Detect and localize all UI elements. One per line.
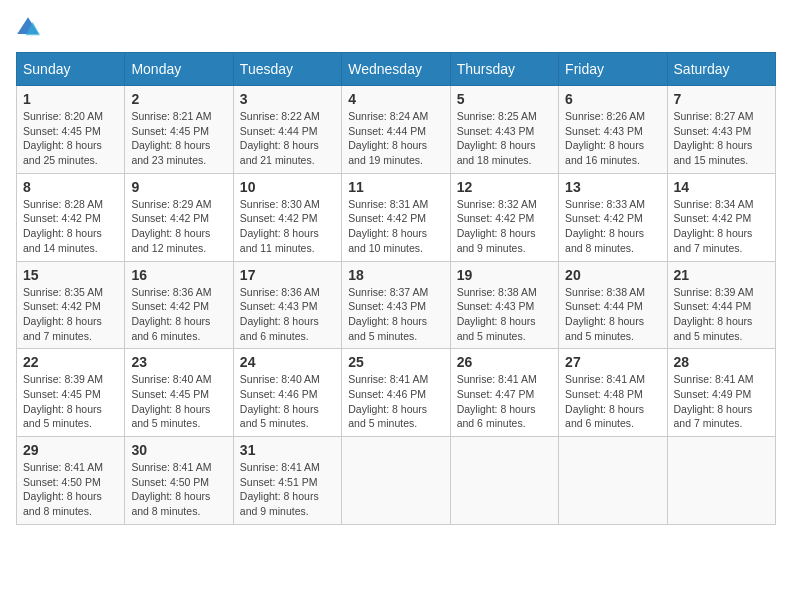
logo [16,16,44,40]
day-info: Sunrise: 8:26 AM Sunset: 4:43 PM Dayligh… [565,109,660,168]
calendar-cell: 14 Sunrise: 8:34 AM Sunset: 4:42 PM Dayl… [667,173,775,261]
day-info: Sunrise: 8:29 AM Sunset: 4:42 PM Dayligh… [131,197,226,256]
calendar-cell: 3 Sunrise: 8:22 AM Sunset: 4:44 PM Dayli… [233,86,341,174]
calendar-cell: 10 Sunrise: 8:30 AM Sunset: 4:42 PM Dayl… [233,173,341,261]
calendar-cell: 4 Sunrise: 8:24 AM Sunset: 4:44 PM Dayli… [342,86,450,174]
day-number: 31 [240,442,335,458]
calendar-cell: 22 Sunrise: 8:39 AM Sunset: 4:45 PM Dayl… [17,349,125,437]
weekday-header-wednesday: Wednesday [342,53,450,86]
calendar-cell: 20 Sunrise: 8:38 AM Sunset: 4:44 PM Dayl… [559,261,667,349]
calendar-cell: 21 Sunrise: 8:39 AM Sunset: 4:44 PM Dayl… [667,261,775,349]
day-number: 20 [565,267,660,283]
day-info: Sunrise: 8:41 AM Sunset: 4:48 PM Dayligh… [565,372,660,431]
calendar-cell: 7 Sunrise: 8:27 AM Sunset: 4:43 PM Dayli… [667,86,775,174]
day-number: 3 [240,91,335,107]
calendar-cell: 28 Sunrise: 8:41 AM Sunset: 4:49 PM Dayl… [667,349,775,437]
day-number: 24 [240,354,335,370]
day-info: Sunrise: 8:39 AM Sunset: 4:45 PM Dayligh… [23,372,118,431]
calendar-cell: 8 Sunrise: 8:28 AM Sunset: 4:42 PM Dayli… [17,173,125,261]
day-info: Sunrise: 8:41 AM Sunset: 4:46 PM Dayligh… [348,372,443,431]
day-number: 21 [674,267,769,283]
day-number: 17 [240,267,335,283]
calendar-cell: 9 Sunrise: 8:29 AM Sunset: 4:42 PM Dayli… [125,173,233,261]
day-number: 29 [23,442,118,458]
day-number: 18 [348,267,443,283]
weekday-header-thursday: Thursday [450,53,558,86]
day-number: 28 [674,354,769,370]
day-info: Sunrise: 8:41 AM Sunset: 4:47 PM Dayligh… [457,372,552,431]
day-info: Sunrise: 8:27 AM Sunset: 4:43 PM Dayligh… [674,109,769,168]
calendar-cell: 12 Sunrise: 8:32 AM Sunset: 4:42 PM Dayl… [450,173,558,261]
calendar-cell: 15 Sunrise: 8:35 AM Sunset: 4:42 PM Dayl… [17,261,125,349]
day-info: Sunrise: 8:41 AM Sunset: 4:50 PM Dayligh… [23,460,118,519]
day-info: Sunrise: 8:37 AM Sunset: 4:43 PM Dayligh… [348,285,443,344]
day-info: Sunrise: 8:39 AM Sunset: 4:44 PM Dayligh… [674,285,769,344]
weekday-header-tuesday: Tuesday [233,53,341,86]
day-info: Sunrise: 8:31 AM Sunset: 4:42 PM Dayligh… [348,197,443,256]
logo-icon [16,16,40,40]
day-info: Sunrise: 8:30 AM Sunset: 4:42 PM Dayligh… [240,197,335,256]
calendar-cell: 1 Sunrise: 8:20 AM Sunset: 4:45 PM Dayli… [17,86,125,174]
day-info: Sunrise: 8:36 AM Sunset: 4:42 PM Dayligh… [131,285,226,344]
day-info: Sunrise: 8:36 AM Sunset: 4:43 PM Dayligh… [240,285,335,344]
header [16,16,776,40]
calendar: SundayMondayTuesdayWednesdayThursdayFrid… [16,52,776,525]
calendar-cell [667,437,775,525]
day-number: 19 [457,267,552,283]
calendar-cell: 25 Sunrise: 8:41 AM Sunset: 4:46 PM Dayl… [342,349,450,437]
weekday-header-saturday: Saturday [667,53,775,86]
day-number: 30 [131,442,226,458]
day-number: 8 [23,179,118,195]
day-info: Sunrise: 8:40 AM Sunset: 4:46 PM Dayligh… [240,372,335,431]
day-number: 26 [457,354,552,370]
calendar-cell [450,437,558,525]
calendar-cell: 5 Sunrise: 8:25 AM Sunset: 4:43 PM Dayli… [450,86,558,174]
weekday-header-sunday: Sunday [17,53,125,86]
calendar-cell: 17 Sunrise: 8:36 AM Sunset: 4:43 PM Dayl… [233,261,341,349]
calendar-cell: 13 Sunrise: 8:33 AM Sunset: 4:42 PM Dayl… [559,173,667,261]
day-info: Sunrise: 8:40 AM Sunset: 4:45 PM Dayligh… [131,372,226,431]
day-info: Sunrise: 8:38 AM Sunset: 4:44 PM Dayligh… [565,285,660,344]
day-number: 16 [131,267,226,283]
calendar-cell [559,437,667,525]
day-number: 15 [23,267,118,283]
day-info: Sunrise: 8:33 AM Sunset: 4:42 PM Dayligh… [565,197,660,256]
calendar-cell: 27 Sunrise: 8:41 AM Sunset: 4:48 PM Dayl… [559,349,667,437]
day-info: Sunrise: 8:25 AM Sunset: 4:43 PM Dayligh… [457,109,552,168]
day-number: 9 [131,179,226,195]
calendar-cell: 19 Sunrise: 8:38 AM Sunset: 4:43 PM Dayl… [450,261,558,349]
day-number: 23 [131,354,226,370]
day-info: Sunrise: 8:38 AM Sunset: 4:43 PM Dayligh… [457,285,552,344]
day-number: 10 [240,179,335,195]
day-info: Sunrise: 8:34 AM Sunset: 4:42 PM Dayligh… [674,197,769,256]
day-number: 14 [674,179,769,195]
day-info: Sunrise: 8:41 AM Sunset: 4:49 PM Dayligh… [674,372,769,431]
day-info: Sunrise: 8:35 AM Sunset: 4:42 PM Dayligh… [23,285,118,344]
day-number: 5 [457,91,552,107]
calendar-cell: 18 Sunrise: 8:37 AM Sunset: 4:43 PM Dayl… [342,261,450,349]
day-info: Sunrise: 8:20 AM Sunset: 4:45 PM Dayligh… [23,109,118,168]
day-number: 25 [348,354,443,370]
calendar-cell: 16 Sunrise: 8:36 AM Sunset: 4:42 PM Dayl… [125,261,233,349]
day-number: 22 [23,354,118,370]
day-number: 27 [565,354,660,370]
calendar-cell: 6 Sunrise: 8:26 AM Sunset: 4:43 PM Dayli… [559,86,667,174]
day-number: 11 [348,179,443,195]
day-number: 13 [565,179,660,195]
day-number: 2 [131,91,226,107]
day-info: Sunrise: 8:24 AM Sunset: 4:44 PM Dayligh… [348,109,443,168]
day-info: Sunrise: 8:41 AM Sunset: 4:50 PM Dayligh… [131,460,226,519]
day-number: 1 [23,91,118,107]
day-number: 12 [457,179,552,195]
day-number: 7 [674,91,769,107]
day-number: 4 [348,91,443,107]
day-info: Sunrise: 8:41 AM Sunset: 4:51 PM Dayligh… [240,460,335,519]
calendar-cell: 2 Sunrise: 8:21 AM Sunset: 4:45 PM Dayli… [125,86,233,174]
day-number: 6 [565,91,660,107]
calendar-cell: 30 Sunrise: 8:41 AM Sunset: 4:50 PM Dayl… [125,437,233,525]
day-info: Sunrise: 8:21 AM Sunset: 4:45 PM Dayligh… [131,109,226,168]
weekday-header-monday: Monday [125,53,233,86]
day-info: Sunrise: 8:22 AM Sunset: 4:44 PM Dayligh… [240,109,335,168]
calendar-cell: 26 Sunrise: 8:41 AM Sunset: 4:47 PM Dayl… [450,349,558,437]
calendar-cell: 24 Sunrise: 8:40 AM Sunset: 4:46 PM Dayl… [233,349,341,437]
